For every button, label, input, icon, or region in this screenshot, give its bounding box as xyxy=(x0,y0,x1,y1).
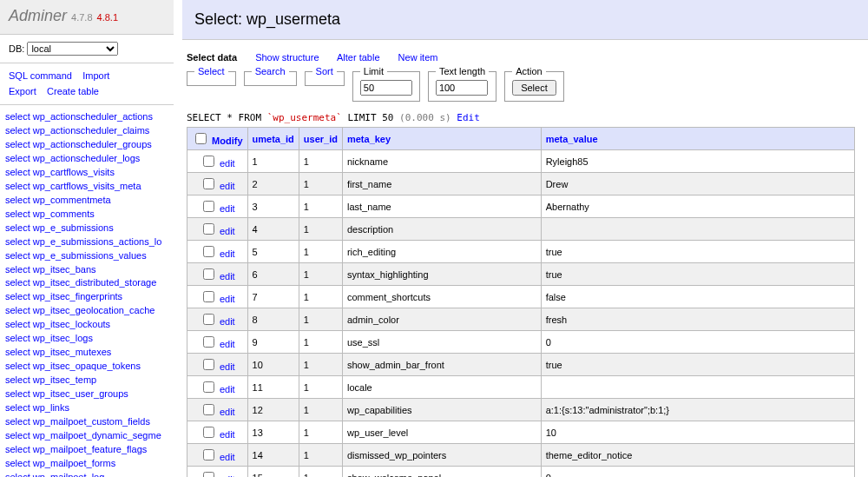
tab-show-structure[interactable]: Show structure xyxy=(255,52,319,63)
table-link[interactable]: select wp_links xyxy=(5,401,174,415)
edit-row-link[interactable]: edit xyxy=(220,452,235,462)
table-link[interactable]: select wp_itsec_geolocation_cache xyxy=(5,304,174,318)
table-link[interactable]: select wp_actionscheduler_claims xyxy=(5,124,174,138)
select-columns-link[interactable]: Select xyxy=(198,66,225,76)
cell-meta-value: Ryleigh85 xyxy=(541,150,854,173)
table-row: edit121wp_capabilitiesa:1:{s:13:"adminis… xyxy=(187,399,855,421)
row-checkbox[interactable] xyxy=(203,223,214,235)
export-link[interactable]: Export xyxy=(9,86,36,96)
table-link[interactable]: select wp_itsec_lockouts xyxy=(5,318,174,332)
col-umeta-id[interactable]: umeta_id xyxy=(253,134,294,144)
tab-select-data[interactable]: Select data xyxy=(187,52,237,63)
table-link[interactable]: select wp_mailpoet_log xyxy=(5,471,174,477)
sort-link[interactable]: Sort xyxy=(316,66,333,76)
table-row: edit91use_ssl0 xyxy=(187,331,855,354)
row-checkbox[interactable] xyxy=(203,268,214,280)
edit-row-link[interactable]: edit xyxy=(220,361,235,372)
table-link[interactable]: select wp_comments xyxy=(5,208,174,222)
search-link[interactable]: Search xyxy=(255,66,286,76)
edit-row-link[interactable]: edit xyxy=(220,203,235,214)
row-checkbox[interactable] xyxy=(203,291,214,302)
edit-row-link[interactable]: edit xyxy=(220,248,235,259)
cell-meta-value: true xyxy=(541,241,854,263)
create-table-link[interactable]: Create table xyxy=(47,86,99,96)
edit-row-link[interactable]: edit xyxy=(220,316,235,327)
cell-meta-key: last_name xyxy=(342,195,541,218)
table-row: edit11nicknameRyleigh85 xyxy=(187,150,855,173)
db-select[interactable]: local xyxy=(27,42,118,56)
table-link[interactable]: select wp_itsec_user_groups xyxy=(5,388,174,401)
cell-user-id: 1 xyxy=(299,354,342,376)
cell-meta-value: true xyxy=(541,263,854,286)
cell-user-id: 1 xyxy=(299,263,342,286)
cell-user-id: 1 xyxy=(299,286,342,308)
table-link[interactable]: select wp_mailpoet_feature_flags xyxy=(5,443,174,457)
edit-row-link[interactable]: edit xyxy=(220,294,235,304)
row-checkbox[interactable] xyxy=(203,246,214,257)
table-link[interactable]: select wp_actionscheduler_actions xyxy=(5,110,174,124)
table-link[interactable]: select wp_itsec_mutexes xyxy=(5,346,174,360)
tab-alter-table[interactable]: Alter table xyxy=(337,52,380,63)
edit-row-link[interactable]: edit xyxy=(220,271,235,282)
table-link[interactable]: select wp_mailpoet_forms xyxy=(5,457,174,471)
limit-input[interactable] xyxy=(360,80,412,96)
table-link[interactable]: select wp_commentmeta xyxy=(5,194,174,208)
row-checkbox[interactable] xyxy=(203,336,214,348)
tab-new-item[interactable]: New item xyxy=(398,52,438,63)
tabs: Select data Show structure Alter table N… xyxy=(182,40,868,66)
col-meta-value[interactable]: meta_value xyxy=(546,134,598,144)
edit-row-link[interactable]: edit xyxy=(220,384,235,394)
row-checkbox[interactable] xyxy=(203,359,214,370)
row-checkbox[interactable] xyxy=(203,404,214,415)
col-modify[interactable]: Modify xyxy=(212,136,242,146)
edit-query-link[interactable]: Edit xyxy=(457,112,480,123)
cell-user-id: 1 xyxy=(299,444,342,467)
table-link[interactable]: select wp_itsec_logs xyxy=(5,332,174,346)
row-checkbox[interactable] xyxy=(203,449,214,460)
col-user-id[interactable]: user_id xyxy=(304,134,338,144)
select-button[interactable] xyxy=(512,80,556,96)
cell-meta-key: syntax_highlighting xyxy=(342,263,541,286)
col-meta-key[interactable]: meta_key xyxy=(347,134,391,144)
row-checkbox[interactable] xyxy=(203,201,214,212)
table-row: edit111locale xyxy=(187,376,855,399)
check-all[interactable] xyxy=(195,133,207,144)
table-link[interactable]: select wp_cartflows_visits xyxy=(5,166,174,180)
table-link[interactable]: select wp_itsec_temp xyxy=(5,374,174,388)
table-link[interactable]: select wp_itsec_opaque_tokens xyxy=(5,360,174,374)
cell-meta-value: theme_editor_notice xyxy=(541,444,854,467)
table-row: edit131wp_user_level10 xyxy=(187,421,855,444)
edit-row-link[interactable]: edit xyxy=(220,429,235,440)
action-label: Action xyxy=(512,66,546,76)
row-checkbox[interactable] xyxy=(203,314,214,325)
table-link[interactable]: select wp_mailpoet_dynamic_segme xyxy=(5,429,174,443)
table-link[interactable]: select wp_e_submissions xyxy=(5,222,174,235)
cell-umeta-id: 8 xyxy=(247,308,299,331)
edit-row-link[interactable]: edit xyxy=(220,226,235,236)
table-link[interactable]: select wp_itsec_bans xyxy=(5,263,174,277)
table-link[interactable]: select wp_cartflows_visits_meta xyxy=(5,180,174,194)
sql-command-link[interactable]: SQL command xyxy=(9,70,72,81)
cell-meta-key: nickname xyxy=(342,150,541,173)
row-checkbox[interactable] xyxy=(203,156,214,167)
fieldset-sort: Sort xyxy=(305,66,345,86)
table-link[interactable]: select wp_actionscheduler_groups xyxy=(5,138,174,152)
table-link[interactable]: select wp_itsec_distributed_storage xyxy=(5,276,174,290)
row-checkbox[interactable] xyxy=(203,427,214,438)
row-checkbox[interactable] xyxy=(203,381,214,393)
edit-row-link[interactable]: edit xyxy=(220,407,235,417)
table-link[interactable]: select wp_itsec_fingerprints xyxy=(5,290,174,304)
table-link[interactable]: select wp_e_submissions_values xyxy=(5,249,174,263)
import-link[interactable]: Import xyxy=(82,70,109,81)
cell-meta-value: Drew xyxy=(541,173,854,195)
table-link[interactable]: select wp_actionscheduler_logs xyxy=(5,152,174,166)
edit-row-link[interactable]: edit xyxy=(220,181,235,191)
table-link[interactable]: select wp_mailpoet_custom_fields xyxy=(5,415,174,429)
cell-umeta-id: 1 xyxy=(247,150,299,173)
row-checkbox[interactable] xyxy=(203,472,214,477)
table-link[interactable]: select wp_e_submissions_actions_lo xyxy=(5,235,174,249)
textlength-input[interactable] xyxy=(436,80,488,96)
edit-row-link[interactable]: edit xyxy=(220,339,235,349)
edit-row-link[interactable]: edit xyxy=(220,158,235,169)
row-checkbox[interactable] xyxy=(203,178,214,189)
